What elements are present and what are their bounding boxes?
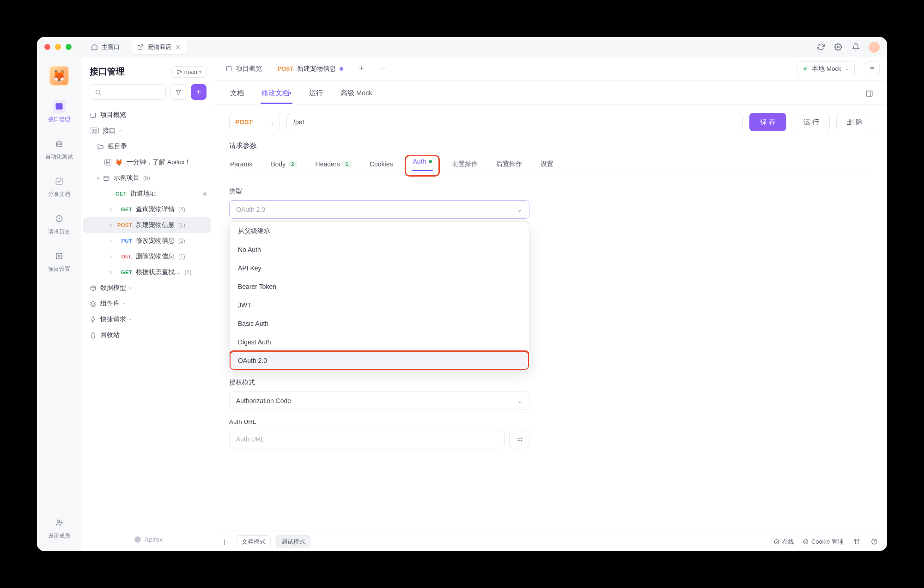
tree-api-item[interactable]: › GET 查询宠物详情 (4) [83,202,211,217]
tab-more-button[interactable]: ⋯ [377,57,389,80]
rail-label: 分享文档 [48,190,70,198]
close-icon[interactable]: ✕ [175,43,181,51]
cookie-manager-button[interactable]: Cookie 管理 [802,538,844,546]
method-selector[interactable]: POST ⌄ [229,113,280,131]
req-tab-post[interactable]: 后置操作 [495,158,523,176]
dropdown-option[interactable]: No Auth [230,240,529,259]
tree-root-dir[interactable]: 根目录 [83,139,211,154]
titlebar-tab-store[interactable]: 宠物商店 ✕ [131,40,187,54]
tree-overview[interactable]: 项目概览 [83,107,211,123]
api-count: (4) [178,206,185,213]
rail-label: 邀请成员 [48,532,70,540]
tree-api-item[interactable]: GET 街道地址 [83,186,211,202]
rail-item-autotest[interactable]: 自动化测试 [45,137,73,161]
req-tab-cookies[interactable]: Cookies [369,158,394,176]
method-badge: GET [116,270,132,275]
auth-url-input[interactable] [229,430,505,448]
subtab-doc[interactable]: 文档 [229,89,245,104]
tree-api-item[interactable]: › DEL 删除宠物信息 (1) [83,249,211,264]
close-window-dot[interactable] [44,44,50,50]
auth-url-options-button[interactable] [509,430,529,448]
dropdown-option-oauth2[interactable]: OAuth 2.0 [230,351,529,370]
minimize-window-dot[interactable] [55,44,61,50]
status-dot-icon [203,192,207,196]
zoom-window-dot[interactable] [66,44,72,50]
svg-point-18 [774,539,778,544]
subtab-advanced-mock[interactable]: 高级 Mock [340,89,373,104]
subtab-run[interactable]: 运行 [308,89,324,104]
rail-item-invite[interactable]: 邀请成员 [48,516,70,540]
dropdown-option[interactable]: JWT [230,296,529,314]
req-tab-params[interactable]: Params [229,158,253,176]
env-label: 本地 Mock [812,65,841,73]
doc-tab-api[interactable]: POST 新建宠物信息 [275,57,346,80]
tree-label: 快捷请求 [100,315,126,324]
req-tab-settings[interactable]: 设置 [540,158,554,176]
dropdown-option[interactable]: Basic Auth [230,314,529,333]
req-tab-label: Auth [413,158,426,165]
home-icon [91,43,98,50]
req-tab-auth[interactable]: Auth [412,158,433,171]
refresh-icon[interactable] [816,43,825,52]
tree-data-model[interactable]: 数据模型 › [83,280,211,296]
rail-item-api[interactable]: 接口管理 [48,100,70,123]
pill-label: 调试模式 [281,538,305,545]
shirt-icon[interactable] [852,537,861,546]
collapse-sidebar-button[interactable]: |← [224,538,231,545]
filter-button[interactable] [170,84,186,100]
dropdown-option[interactable]: Digest Auth [230,333,529,351]
rail-item-settings[interactable]: 项目设置 [48,250,70,273]
env-menu-button[interactable]: ≡ [865,61,880,76]
rail-item-history[interactable]: 请求历史 [48,212,70,236]
brand-logo-icon [134,535,142,544]
tree-components[interactable]: 组件库 › [83,296,211,312]
option-label: JWT [238,301,251,309]
mode-debug-button[interactable]: 调试模式 [276,535,310,548]
user-avatar[interactable] [869,42,880,53]
settings-icon[interactable] [833,43,843,52]
rail-item-share[interactable]: 分享文档 [48,175,70,198]
titlebar-tab-store-label: 宠物商店 [147,43,171,51]
subtab-edit-doc[interactable]: 修改文档• [261,89,292,104]
add-button[interactable]: + [191,84,207,100]
req-tab-body[interactable]: Body2 [270,158,298,176]
editor-subtabs: 文档 修改文档• 运行 高级 Mock [215,80,887,104]
tree-api-item[interactable]: › GET 根据状态查找… (2) [83,264,211,280]
btn-label: 删 除 [847,118,863,127]
panel-toggle-button[interactable] [865,90,873,104]
tree-api-item-selected[interactable]: › POST 新建宠物信息 (1) [83,217,211,233]
search-input[interactable] [90,84,166,100]
tree-learn-apifox[interactable]: M 🦊 一分钟，了解 Apifox！ [83,154,211,170]
req-tab-pre[interactable]: 前置操作 [451,158,479,176]
url-input[interactable] [286,113,743,131]
bell-icon[interactable] [851,43,860,52]
tree-quick-request[interactable]: 快捷请求 › [83,312,211,327]
save-button[interactable]: 保 存 [749,113,786,131]
chevron-down-icon: ⌄ [517,397,523,404]
tree-trash[interactable]: 回收站 [83,327,211,343]
tree-example-project[interactable]: ▾ 示例项目 (6) [83,170,211,186]
dropdown-option[interactable]: 从父级继承 [230,222,529,240]
run-button[interactable]: 运 行 [793,113,830,131]
delete-button[interactable]: 删 除 [836,113,873,131]
help-icon[interactable] [869,537,879,546]
leaf-icon: ✷ [802,65,808,73]
tree-api-item[interactable]: › PUT 修改宠物信息 (2) [83,233,211,249]
titlebar-tab-home[interactable]: 主窗口 [85,40,126,54]
svg-point-3 [57,144,58,145]
history-icon [53,212,66,225]
select-placeholder: OAuth 2.0 [236,206,265,213]
dropdown-option[interactable]: Bearer Token [230,277,529,296]
method-badge: GET [116,207,132,212]
tree-api-root[interactable]: 96 接口 › [83,123,211,139]
new-tab-button[interactable]: + [356,57,367,80]
req-tab-headers[interactable]: Headers1 [315,158,352,176]
mode-doc-button[interactable]: 文档模式 [237,535,271,548]
auth-mode-select[interactable]: Authorization Code ⌄ [229,392,529,410]
environment-selector[interactable]: ✷ 本地 Mock ⌄ [796,61,855,76]
branch-selector[interactable]: main ▾ [171,66,207,78]
dropdown-option[interactable]: API Key [230,259,529,277]
doc-tab-overview[interactable]: 项目概览 [223,57,265,80]
auth-type-select[interactable]: OAuth 2.0 ⌄ [229,200,529,219]
sidebar-header: 接口管理 main ▾ [81,57,215,84]
